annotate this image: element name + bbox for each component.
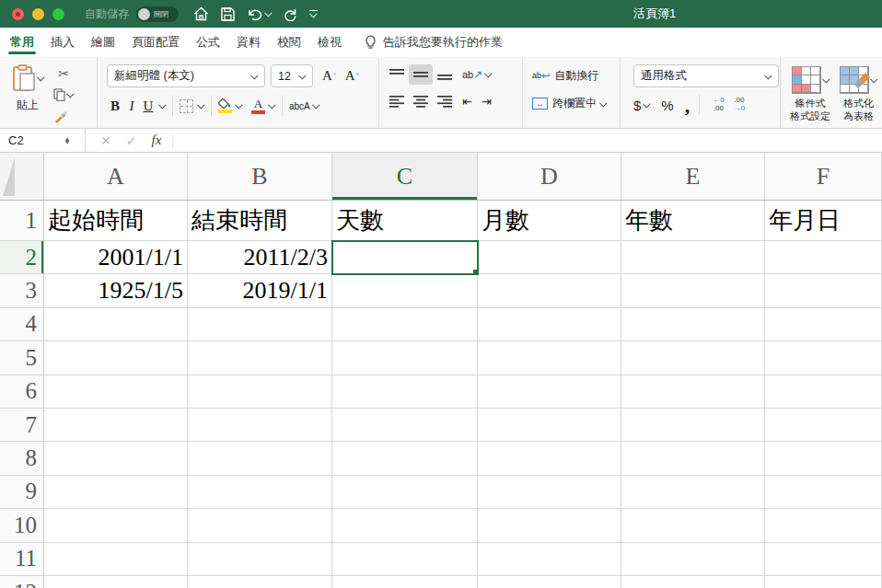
tab-page-layout[interactable]: 頁面配置: [123, 28, 188, 57]
row-header-7[interactable]: 7: [0, 409, 44, 442]
font-size-select[interactable]: 12: [271, 64, 313, 87]
cell-D8[interactable]: [478, 442, 621, 475]
underline-chevron-icon[interactable]: [158, 101, 166, 109]
name-box[interactable]: C2: [0, 133, 61, 147]
cell-A1[interactable]: 起始時間: [44, 201, 188, 241]
increase-indent-button[interactable]: ⇥: [482, 95, 492, 109]
tell-me-search[interactable]: 告訴我您要執行的作業: [365, 34, 503, 51]
cell-B8[interactable]: [188, 442, 332, 475]
cell-D3[interactable]: [478, 274, 621, 307]
cell-B11[interactable]: [188, 543, 332, 576]
tab-insert[interactable]: 插入: [42, 28, 83, 57]
cell-A10[interactable]: [44, 509, 188, 542]
percent-button[interactable]: %: [661, 98, 673, 113]
cell-C12[interactable]: [332, 576, 478, 588]
decrease-indent-button[interactable]: ⇤: [462, 95, 472, 109]
cell-F6[interactable]: [765, 375, 882, 409]
format-as-table-button[interactable]: 格式化 為表格: [840, 66, 877, 128]
cell-D12[interactable]: [478, 576, 621, 588]
cell-A11[interactable]: [44, 543, 188, 576]
cell-A7[interactable]: [44, 409, 188, 442]
column-header-C[interactable]: C: [332, 153, 478, 200]
cell-A12[interactable]: [44, 576, 188, 588]
text-effects-button[interactable]: abcA: [289, 101, 310, 111]
text-effects-chevron-icon[interactable]: [312, 101, 319, 109]
cell-F7[interactable]: [765, 409, 882, 442]
undo-button[interactable]: [247, 7, 272, 20]
cell-C9[interactable]: [332, 476, 478, 509]
currency-chevron-icon[interactable]: [643, 100, 650, 108]
tab-review[interactable]: 校閱: [269, 28, 309, 57]
minimize-window-button[interactable]: [32, 8, 44, 20]
column-header-B[interactable]: B: [188, 153, 332, 200]
cell-C11[interactable]: [332, 543, 478, 576]
home-icon[interactable]: [193, 6, 209, 21]
tab-formulas[interactable]: 公式: [188, 28, 228, 57]
cell-A4[interactable]: [44, 308, 188, 341]
row-header-6[interactable]: 6: [0, 375, 44, 409]
cell-B1[interactable]: 結束時間: [188, 201, 332, 241]
cell-F3[interactable]: [765, 274, 882, 307]
borders-button[interactable]: [180, 99, 193, 113]
redo-icon[interactable]: [284, 7, 297, 21]
cell-E1[interactable]: 年數: [621, 201, 765, 241]
cell-F1[interactable]: 年月日: [765, 201, 882, 241]
align-left-button[interactable]: [385, 91, 409, 111]
align-right-button[interactable]: [433, 91, 457, 111]
tab-home[interactable]: 常用: [2, 28, 42, 57]
cell-E2[interactable]: [621, 241, 765, 274]
cell-B3[interactable]: 2019/1/1: [188, 274, 332, 307]
wrap-text-button[interactable]: ab↩ 自動換行: [532, 68, 620, 84]
select-all-corner[interactable]: [0, 153, 44, 200]
decrease-decimal-button[interactable]: ←0 .00: [713, 97, 724, 113]
italic-button[interactable]: I: [123, 98, 140, 114]
copy-button[interactable]: [53, 87, 74, 102]
cell-E6[interactable]: [621, 375, 765, 409]
paste-chevron-icon[interactable]: [37, 74, 44, 81]
column-header-F[interactable]: F: [765, 153, 882, 200]
paste-button[interactable]: 貼上: [7, 64, 48, 128]
row-header-3[interactable]: 3: [0, 274, 44, 307]
cell-E9[interactable]: [621, 476, 765, 509]
column-header-D[interactable]: D: [478, 153, 621, 200]
column-header-E[interactable]: E: [621, 153, 765, 200]
name-box-stepper[interactable]: ▲▼: [61, 137, 74, 144]
cell-E8[interactable]: [621, 442, 765, 475]
cell-A9[interactable]: [44, 476, 188, 509]
comma-style-button[interactable]: ,: [685, 100, 691, 110]
row-header-5[interactable]: 5: [0, 341, 44, 375]
row-header-12[interactable]: 12: [0, 576, 44, 588]
zoom-window-button[interactable]: [52, 8, 64, 20]
cell-E4[interactable]: [621, 308, 765, 341]
cell-D10[interactable]: [478, 509, 621, 542]
cell-E3[interactable]: [621, 274, 765, 307]
row-header-9[interactable]: 9: [0, 476, 44, 509]
cell-B5[interactable]: [188, 341, 332, 375]
save-icon[interactable]: [221, 7, 235, 21]
cell-E12[interactable]: [621, 576, 765, 588]
cell-D7[interactable]: [478, 409, 621, 442]
cell-D4[interactable]: [478, 308, 621, 341]
align-center-button[interactable]: [409, 91, 433, 111]
cell-E11[interactable]: [621, 543, 765, 576]
font-color-button[interactable]: A: [251, 98, 265, 114]
cell-C1[interactable]: 天數: [332, 201, 478, 241]
cell-B6[interactable]: [188, 375, 332, 409]
cell-C5[interactable]: [332, 341, 478, 375]
cancel-icon[interactable]: ✕: [100, 133, 111, 148]
cell-F8[interactable]: [765, 442, 882, 475]
formula-input[interactable]: [173, 129, 882, 152]
cell-B2[interactable]: 2011/2/3: [188, 241, 332, 274]
number-format-select[interactable]: 通用格式: [633, 64, 779, 87]
cell-A8[interactable]: [44, 442, 188, 475]
row-header-2[interactable]: 2: [0, 241, 44, 274]
cell-D9[interactable]: [478, 476, 621, 509]
orientation-button[interactable]: ab↗: [462, 68, 492, 81]
cell-B10[interactable]: [188, 509, 332, 542]
cell-C10[interactable]: [332, 509, 478, 542]
autosave-toggle[interactable]: 關閉: [136, 6, 179, 22]
cell-F11[interactable]: [765, 543, 882, 576]
cell-D1[interactable]: 月數: [478, 201, 621, 241]
cell-A5[interactable]: [44, 341, 188, 375]
row-header-4[interactable]: 4: [0, 308, 44, 341]
